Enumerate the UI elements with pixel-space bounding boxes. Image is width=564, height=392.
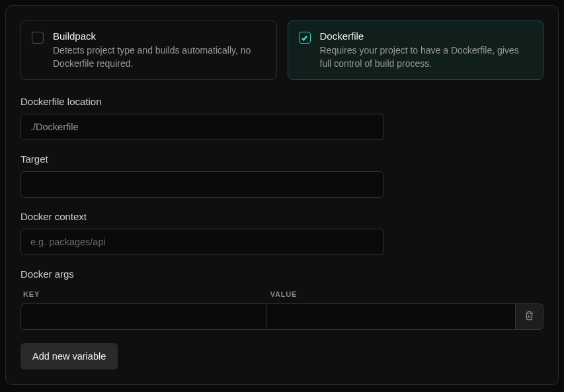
option-buildpack[interactable]: Buildpack Detects project type and build… [20, 20, 277, 80]
target-input[interactable] [20, 171, 384, 198]
docker-arg-row [20, 303, 544, 330]
field-dockerfile-location: Dockerfile location [20, 96, 544, 140]
field-label: Target [20, 153, 544, 165]
field-label: Docker args [20, 268, 544, 280]
option-title: Buildpack [53, 30, 266, 42]
field-target: Target [20, 153, 544, 198]
dockerfile-location-input[interactable] [20, 114, 384, 140]
checkbox-checked-icon [299, 32, 311, 44]
build-method-options: Buildpack Detects project type and build… [20, 20, 544, 80]
option-title: Dockerfile [320, 30, 533, 42]
trash-icon [524, 311, 534, 323]
option-description: Requires your project to have a Dockerfi… [320, 44, 533, 70]
option-description: Detects project type and builds automati… [53, 44, 266, 70]
docker-context-input[interactable] [20, 229, 384, 255]
arg-key-input[interactable] [20, 303, 266, 330]
column-header-key: KEY [20, 286, 266, 303]
option-dockerfile[interactable]: Dockerfile Requires your project to have… [288, 20, 544, 80]
field-label: Docker context [20, 211, 544, 222]
add-variable-button[interactable]: Add new variable [20, 343, 118, 370]
delete-arg-button[interactable] [516, 303, 544, 330]
field-docker-context: Docker context [20, 211, 544, 255]
arg-value-input[interactable] [266, 303, 516, 330]
column-header-value: VALUE [266, 286, 544, 303]
docker-args-section: Docker args KEY VALUE [20, 268, 544, 330]
field-label: Dockerfile location [20, 96, 544, 107]
build-settings-panel: Buildpack Detects project type and build… [5, 5, 559, 385]
checkbox-unchecked-icon [32, 32, 44, 44]
